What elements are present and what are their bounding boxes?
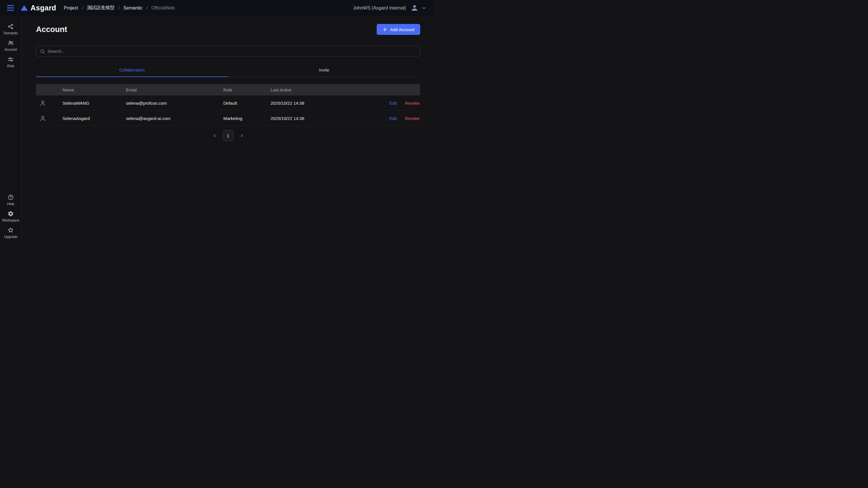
cell-email: selena@asgard-ai.com	[126, 116, 223, 121]
breadcrumb-separator: /	[146, 5, 148, 11]
user-name: JohnWS (Asgard Internal)	[353, 5, 406, 11]
sidebar-item-workspace[interactable]: Workspace	[2, 210, 19, 222]
asgard-logo-icon	[21, 5, 28, 11]
chevron-left-icon	[213, 134, 217, 138]
gear-icon	[7, 210, 14, 217]
cell-last-active: 2025/10/22 14:36	[271, 116, 377, 121]
cell-name: SelenaAsgard	[63, 116, 126, 121]
help-icon	[7, 194, 14, 200]
tabs: Collaborators Invite	[36, 67, 420, 77]
pagination-prev-button[interactable]	[212, 133, 218, 139]
pagination: 1	[36, 130, 420, 141]
add-account-label: Add Account	[390, 27, 414, 32]
sidebar-item-account[interactable]: Account	[4, 40, 17, 52]
cell-role: Default	[223, 101, 271, 106]
search-input[interactable]	[48, 49, 416, 54]
search-icon	[40, 49, 45, 54]
avatar-icon	[39, 100, 46, 107]
accounts-table: Name Email Role Last Active SelenaWANG s…	[36, 84, 420, 126]
revoke-link[interactable]: Revoke	[405, 116, 420, 121]
header-name: Name	[63, 87, 126, 92]
chevron-down-icon[interactable]	[421, 5, 427, 11]
search-bar	[36, 46, 420, 57]
table-row: SelenaAsgard selena@asgard-ai.com Market…	[36, 111, 420, 126]
pagination-page[interactable]: 1	[223, 130, 234, 141]
add-account-button[interactable]: Add Account	[377, 24, 420, 35]
main-content: Account Add Account Collaborators Invite…	[22, 16, 434, 244]
menu-icon[interactable]	[7, 5, 14, 11]
user-menu[interactable]: JohnWS (Asgard Internal)	[353, 4, 427, 12]
sidebar-item-role[interactable]: Role	[7, 56, 14, 68]
brand[interactable]: Asgard	[21, 4, 56, 12]
chevron-right-icon	[240, 134, 244, 138]
topbar: Asgard Project / 測試語意模型 / Semantic / Off…	[0, 0, 434, 16]
table-header-row: Name Email Role Last Active	[36, 84, 420, 95]
sidebar-label-account: Account	[4, 48, 17, 52]
breadcrumb-separator: /	[82, 5, 83, 11]
sidebar-item-upgrade[interactable]: Upgrade	[4, 227, 17, 239]
sidebar-item-semantic[interactable]: Semantic	[3, 23, 18, 35]
sidebar: Semantic Account Role	[0, 16, 22, 244]
breadcrumb: Project / 測試語意模型 / Semantic / OfficialWe…	[64, 5, 175, 11]
sidebar-label-workspace: Workspace	[2, 218, 19, 222]
user-avatar-icon[interactable]	[411, 4, 418, 12]
breadcrumb-separator: /	[118, 5, 119, 11]
cell-role: Marketing	[223, 116, 271, 121]
avatar-icon	[39, 115, 46, 122]
tab-collaborators[interactable]: Collaborators	[36, 67, 228, 77]
cell-name: SelenaWANG	[63, 101, 126, 106]
sidebar-label-role: Role	[7, 64, 14, 68]
header-last-active: Last Active	[271, 87, 377, 92]
page-title: Account	[36, 25, 67, 34]
revoke-link[interactable]: Revoke	[405, 101, 420, 106]
sidebar-label-upgrade: Upgrade	[4, 235, 17, 239]
tab-invite[interactable]: Invite	[228, 67, 421, 77]
breadcrumb-item-project[interactable]: Project	[64, 5, 78, 11]
breadcrumb-item-semantic[interactable]: Semantic	[123, 5, 143, 11]
cell-last-active: 2025/10/22 14:38	[271, 101, 377, 106]
table-row: SelenaWANG selena@profcoo.com Default 20…	[36, 95, 420, 111]
sidebar-label-semantic: Semantic	[3, 31, 18, 35]
edit-link[interactable]: Edit	[389, 116, 397, 121]
pagination-next-button[interactable]	[238, 133, 245, 139]
breadcrumb-item-officialweb: OfficialWeb	[151, 5, 175, 11]
semantic-icon	[7, 23, 14, 30]
brand-name: Asgard	[31, 4, 56, 12]
edit-link[interactable]: Edit	[389, 101, 397, 106]
users-icon	[7, 40, 14, 46]
plus-icon	[382, 27, 387, 32]
breadcrumb-item-model[interactable]: 測試語意模型	[87, 5, 115, 11]
sidebar-label-help: Help	[7, 202, 14, 206]
cell-email: selena@profcoo.com	[126, 101, 223, 106]
sidebar-item-help[interactable]: Help	[7, 194, 14, 206]
header-email: Email	[126, 87, 223, 92]
star-icon	[7, 227, 14, 233]
header-role: Role	[223, 87, 271, 92]
sliders-icon	[7, 56, 14, 63]
